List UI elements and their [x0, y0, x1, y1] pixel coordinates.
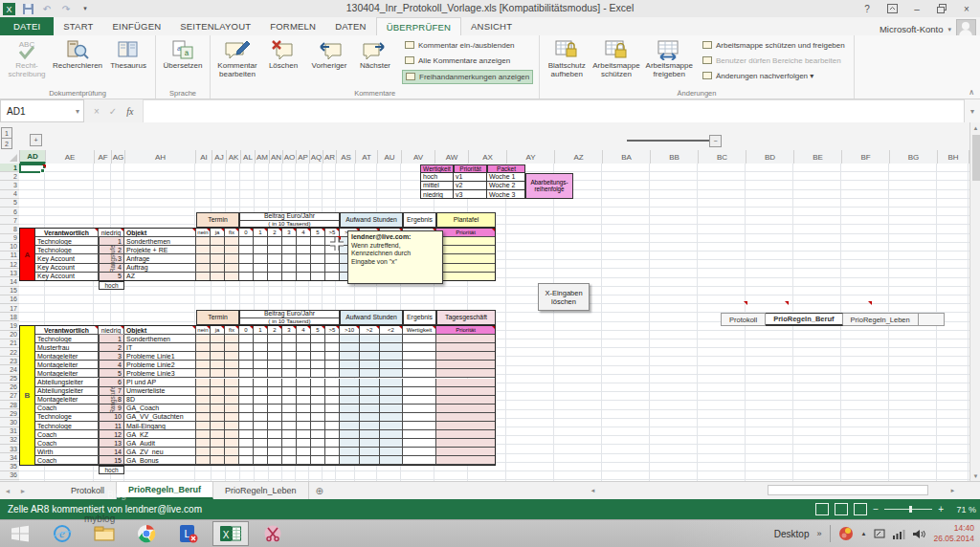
- outline-level-2-button[interactable]: 2: [1, 138, 12, 149]
- table-cell[interactable]: [297, 448, 311, 456]
- table-cell[interactable]: [196, 413, 211, 422]
- table-cell[interactable]: [254, 448, 268, 456]
- table-cell[interactable]: [360, 396, 380, 405]
- column-header-BG[interactable]: BG: [890, 150, 938, 164]
- table-cell[interactable]: [325, 273, 340, 281]
- table-cell[interactable]: [380, 335, 403, 343]
- table-cell[interactable]: [239, 369, 254, 378]
- table-cell[interactable]: [254, 422, 268, 430]
- column-header-AI[interactable]: AI: [196, 150, 212, 164]
- row-header-27[interactable]: 27: [0, 392, 19, 401]
- table-cell[interactable]: PI und AP: [124, 379, 196, 387]
- table-cell[interactable]: [311, 335, 325, 343]
- table-cell[interactable]: [225, 430, 239, 439]
- table-cell[interactable]: 5: [99, 369, 124, 378]
- table-cell[interactable]: [268, 237, 282, 246]
- table-cell[interactable]: [297, 439, 311, 448]
- table-cell[interactable]: [211, 264, 225, 273]
- formula-input[interactable]: [144, 99, 964, 122]
- table-cell[interactable]: [211, 237, 225, 246]
- table-cell[interactable]: [225, 413, 239, 422]
- table-cell[interactable]: Key Account: [35, 264, 99, 273]
- table-cell[interactable]: Auftrag: [124, 264, 196, 273]
- table-cell[interactable]: [254, 264, 268, 273]
- row-header-19[interactable]: 19: [0, 321, 19, 330]
- table-cell[interactable]: 6: [99, 379, 124, 387]
- collapse-ribbon-icon[interactable]: ∧: [969, 88, 974, 97]
- table-cell[interactable]: [268, 396, 282, 405]
- table-cell[interactable]: Coach: [35, 405, 99, 413]
- table-cell[interactable]: [239, 430, 254, 439]
- table-cell[interactable]: [225, 246, 239, 254]
- table-cell[interactable]: [403, 448, 436, 456]
- spellcheck-button[interactable]: ABCRecht-schreibung: [4, 37, 50, 80]
- row-header-28[interactable]: 28: [0, 401, 19, 409]
- lookup-header[interactable]: Wertigkeit: [420, 164, 454, 173]
- row-header-36[interactable]: 36: [0, 471, 19, 480]
- clear-x-entries-button[interactable]: X-Eingaben löschen: [538, 283, 590, 311]
- select-all-corner[interactable]: [0, 150, 20, 164]
- sheet-tab-prioregeln_leben[interactable]: PrioRegeln_Leben: [213, 482, 309, 499]
- table-cell[interactable]: [239, 405, 254, 413]
- hoch-label-cell[interactable]: hoch: [99, 466, 124, 474]
- table-cell[interactable]: [403, 430, 436, 439]
- table-cell[interactable]: [254, 246, 268, 254]
- table-cell[interactable]: [297, 456, 311, 465]
- taskbar-icon-start[interactable]: [2, 521, 38, 546]
- table-cell[interactable]: [380, 456, 403, 465]
- table-cell[interactable]: [196, 405, 211, 413]
- row-header-24[interactable]: 24: [0, 365, 19, 374]
- table-cell[interactable]: [380, 448, 403, 456]
- table-cell[interactable]: GA_VV_Gutachten: [124, 413, 196, 422]
- table-cell[interactable]: [211, 413, 225, 422]
- table-column-header[interactable]: 0: [239, 325, 254, 335]
- table-cell[interactable]: [311, 387, 325, 396]
- table-cell[interactable]: [196, 254, 211, 263]
- taskbar-icon-snipping-tool[interactable]: [255, 521, 291, 546]
- table-cell[interactable]: Coach: [35, 456, 99, 465]
- research-button[interactable]: Recherchieren: [50, 37, 105, 72]
- table-cell[interactable]: 3: [99, 254, 124, 263]
- table-cell[interactable]: [211, 352, 225, 361]
- column-header-AE[interactable]: AE: [46, 150, 95, 164]
- column-header-AJ[interactable]: AJ: [212, 150, 227, 164]
- table-cell[interactable]: [340, 430, 360, 439]
- volume-icon[interactable]: [913, 529, 925, 539]
- table-cell[interactable]: [268, 246, 282, 254]
- table-cell[interactable]: [268, 343, 282, 352]
- table-cell[interactable]: [311, 456, 325, 465]
- table-cell[interactable]: [225, 273, 239, 281]
- selected-cell[interactable]: [19, 164, 45, 173]
- tab-formeln[interactable]: FORMELN: [260, 17, 325, 35]
- table-cell[interactable]: AZ: [124, 273, 196, 281]
- table-cell[interactable]: [436, 396, 496, 405]
- table-cell[interactable]: [254, 352, 268, 361]
- table-cell[interactable]: [282, 352, 297, 361]
- table-cell[interactable]: [225, 352, 239, 361]
- row-header-25[interactable]: 25: [0, 375, 19, 383]
- table-cell[interactable]: Umwerteliste: [124, 387, 196, 396]
- table-cell[interactable]: [268, 448, 282, 456]
- help-icon[interactable]: ?: [856, 1, 879, 16]
- table-cell[interactable]: [282, 369, 297, 378]
- table-cell[interactable]: [360, 405, 380, 413]
- table-column-header[interactable]: 1: [254, 228, 268, 237]
- table-cell[interactable]: [211, 430, 225, 439]
- minimize-icon[interactable]: –: [905, 1, 928, 16]
- table-cell[interactable]: Key Account: [35, 273, 99, 281]
- table-cell[interactable]: 14: [99, 448, 124, 456]
- table-cell[interactable]: [380, 369, 403, 378]
- table-cell[interactable]: 1: [99, 335, 124, 343]
- unprotect-sheet-button[interactable]: Blattschutzaufheben: [544, 37, 590, 80]
- row-header-4[interactable]: 4: [0, 190, 19, 199]
- column-header-AR[interactable]: AR: [323, 150, 337, 164]
- table-cell[interactable]: [340, 343, 360, 352]
- row-header-31[interactable]: 31: [0, 427, 19, 436]
- table-cell[interactable]: Technologe: [35, 237, 99, 246]
- formula-bar-expand-icon[interactable]: ▾: [964, 99, 980, 122]
- table-cell[interactable]: [403, 422, 436, 430]
- lookup-cell[interactable]: v2: [454, 182, 487, 190]
- table-cell[interactable]: [268, 430, 282, 439]
- table-cell[interactable]: [311, 343, 325, 352]
- table-cell[interactable]: [297, 246, 311, 254]
